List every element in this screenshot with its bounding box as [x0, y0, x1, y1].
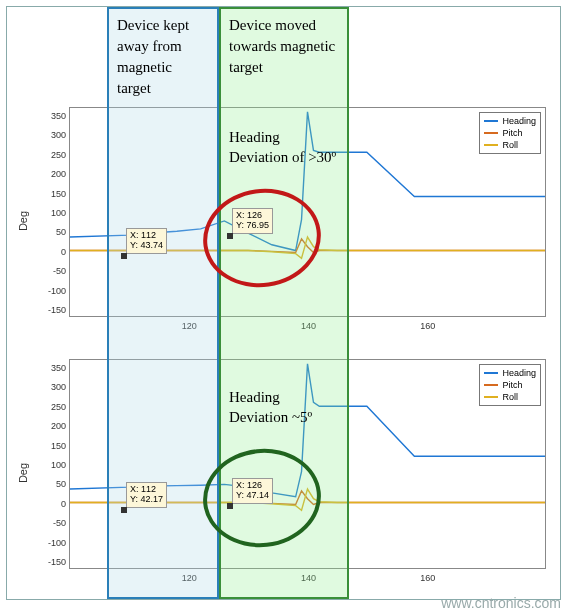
region-towards: Device moved towards magnetic target: [219, 7, 349, 599]
legend-item-pitch: Pitch: [484, 379, 536, 391]
y-axis-label-top: Deg: [17, 211, 29, 231]
y-tick: 350: [42, 111, 66, 121]
y-tick: 100: [42, 208, 66, 218]
y-tick: 100: [42, 460, 66, 470]
legend-label-roll: Roll: [502, 139, 518, 151]
y-tick: 0: [42, 247, 66, 257]
y-tick: 200: [42, 421, 66, 431]
legend-item-roll: Roll: [484, 391, 536, 403]
legend-item-heading: Heading: [484, 115, 536, 127]
annotation-bot-l2: Deviation ~5º: [229, 407, 312, 427]
y-tick: -150: [42, 305, 66, 315]
y-tick: 250: [42, 150, 66, 160]
y-axis-label-bottom: Deg: [17, 463, 29, 483]
legend-item-heading: Heading: [484, 367, 536, 379]
x-tick: 160: [420, 321, 435, 331]
datatip-top-2-y: Y: 76.95: [236, 221, 269, 231]
region-away-label: Device kept away from magnetic target: [117, 15, 209, 99]
legend-top: Heading Pitch Roll: [479, 112, 541, 154]
legend-bottom: Heading Pitch Roll: [479, 364, 541, 406]
y-tick: 50: [42, 227, 66, 237]
datatip-bot-2: X: 126 Y: 47.14: [232, 478, 273, 504]
y-tick: 200: [42, 169, 66, 179]
legend-label-heading: Heading: [502, 367, 536, 379]
legend-swatch-heading: [484, 372, 498, 374]
y-tick: 50: [42, 479, 66, 489]
y-tick: 350: [42, 363, 66, 373]
y-tick: 150: [42, 441, 66, 451]
legend-label-roll: Roll: [502, 391, 518, 403]
annotation-top-l2: Deviation of >30º: [229, 147, 336, 167]
legend-item-pitch: Pitch: [484, 127, 536, 139]
legend-swatch-roll: [484, 396, 498, 398]
y-tick: 300: [42, 382, 66, 392]
y-tick: 300: [42, 130, 66, 140]
annotation-bot-l1: Heading: [229, 387, 312, 407]
y-tick: -100: [42, 286, 66, 296]
y-tick: 250: [42, 402, 66, 412]
legend-swatch-pitch: [484, 132, 498, 134]
legend-swatch-heading: [484, 120, 498, 122]
legend-swatch-roll: [484, 144, 498, 146]
datatip-top-2: X: 126 Y: 76.95: [232, 208, 273, 234]
y-tick: -150: [42, 557, 66, 567]
y-tick: 150: [42, 189, 66, 199]
region-towards-label: Device moved towards magnetic target: [229, 15, 339, 78]
datatip-top-1: X: 112 Y: 43.74: [126, 228, 167, 254]
annotation-top: Heading Deviation of >30º: [229, 127, 336, 168]
watermark: www.cntronics.com: [441, 595, 561, 611]
legend-item-roll: Roll: [484, 139, 536, 151]
y-tick: 0: [42, 499, 66, 509]
legend-label-pitch: Pitch: [502, 379, 522, 391]
y-tick: -50: [42, 266, 66, 276]
legend-swatch-pitch: [484, 384, 498, 386]
y-tick: -50: [42, 518, 66, 528]
legend-label-heading: Heading: [502, 115, 536, 127]
datatip-bot-1-y: Y: 42.17: [130, 495, 163, 505]
figure-frame: Device kept away from magnetic target De…: [6, 6, 561, 600]
annotation-bottom: Heading Deviation ~5º: [229, 387, 312, 428]
datatip-bot-1: X: 112 Y: 42.17: [126, 482, 167, 508]
x-tick: 160: [420, 573, 435, 583]
datatip-top-1-y: Y: 43.74: [130, 241, 163, 251]
legend-label-pitch: Pitch: [502, 127, 522, 139]
y-tick: -100: [42, 538, 66, 548]
datatip-bot-2-y: Y: 47.14: [236, 491, 269, 501]
annotation-top-l1: Heading: [229, 127, 336, 147]
